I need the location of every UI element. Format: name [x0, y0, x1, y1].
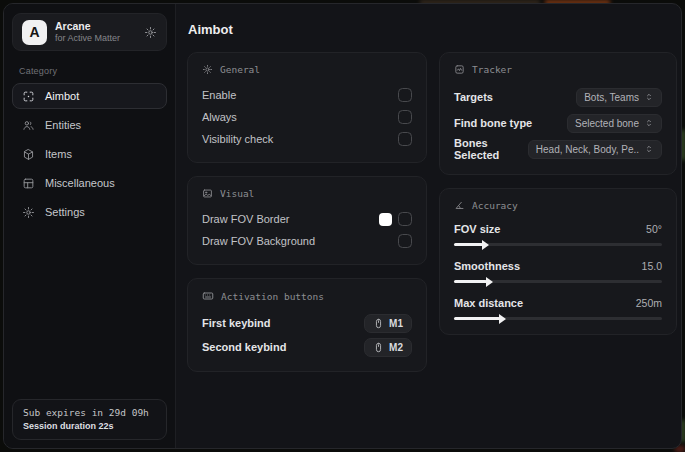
visual-card-header: Visual [202, 188, 412, 199]
app-title-block: Arcane for Active Matter [55, 20, 136, 43]
setting-row-find-bone-type: Find bone type Selected bone [454, 110, 662, 136]
slider-fov-size: FOV size 50° [454, 220, 662, 246]
slider-thumb[interactable] [482, 240, 489, 250]
keybind-value: M2 [389, 342, 403, 353]
left-column: General Enable Always Visibility check [187, 52, 427, 372]
sidebar: A Arcane for Active Matter Category [4, 4, 176, 448]
slider-value: 50° [646, 223, 662, 235]
accuracy-card: Accuracy FOV size 50° [439, 188, 677, 335]
tracker-card-header: Tracker [454, 64, 662, 75]
setting-label: Second keybind [202, 341, 286, 353]
always-checkbox[interactable] [398, 110, 412, 124]
panels-icon [22, 177, 35, 190]
fov-border-color-swatch[interactable] [379, 213, 392, 226]
general-card: General Enable Always Visibility check [187, 52, 427, 163]
unfold-icon [644, 144, 654, 154]
sidebar-nav: Aimbot Entities [12, 83, 167, 225]
sidebar-item-settings[interactable]: Settings [12, 199, 167, 225]
setting-row-targets: Targets Bots, Teams [454, 84, 662, 110]
slider-thumb[interactable] [499, 314, 506, 324]
general-card-header: General [202, 64, 412, 75]
image-icon [202, 188, 213, 199]
unfold-icon [644, 92, 654, 102]
sidebar-item-label: Aimbot [45, 90, 79, 102]
setting-label: Visibility check [202, 133, 273, 145]
slider-value: 15.0 [642, 260, 662, 272]
fov-size-slider[interactable] [454, 243, 662, 246]
enable-checkbox[interactable] [398, 88, 412, 102]
draw-fov-border-checkbox[interactable] [398, 212, 412, 226]
people-icon [22, 119, 35, 132]
find-bone-type-select[interactable]: Selected bone [567, 114, 662, 133]
setting-label: Targets [454, 91, 493, 103]
right-column: Tracker Targets Bots, Teams [439, 52, 677, 335]
activation-buttons-card: Activation buttons First keybind M1 [187, 278, 427, 372]
keybind-value: M1 [389, 318, 403, 329]
accuracy-card-header: Accuracy [454, 200, 662, 211]
slider-smoothness: Smoothness 15.0 [454, 257, 662, 283]
app-header-card: A Arcane for Active Matter [12, 13, 167, 51]
setting-row-draw-fov-background: Draw FOV Background [202, 230, 412, 252]
keyboard-icon [202, 290, 214, 302]
setting-label: Draw FOV Border [202, 213, 289, 225]
bones-selected-select[interactable]: Head, Neck, Body, Pe.. [528, 140, 662, 159]
subscription-info-card: Sub expires in 29d 09h Session duration … [12, 399, 167, 440]
smoothness-slider[interactable] [454, 280, 662, 283]
setting-row-bones-selected: Bones Selected Head, Neck, Body, Pe.. [454, 136, 662, 162]
slider-thumb[interactable] [486, 277, 493, 287]
select-value: Head, Neck, Body, Pe.. [536, 144, 639, 155]
adjust-icon [202, 64, 213, 75]
app-logo: A [22, 20, 47, 45]
setting-row-visibility-check: Visibility check [202, 128, 412, 150]
visibility-check-checkbox[interactable] [398, 132, 412, 146]
section-title: Activation buttons [221, 291, 324, 302]
slider-label: Max distance [454, 297, 523, 309]
setting-label: Always [202, 111, 237, 123]
main-content: Aimbot General [176, 4, 681, 448]
section-title: Tracker [472, 64, 512, 75]
select-value: Bots, Teams [584, 92, 639, 103]
setting-label: Bones Selected [454, 137, 528, 161]
sidebar-item-entities[interactable]: Entities [12, 112, 167, 138]
second-keybind-button[interactable]: M2 [364, 338, 412, 357]
sidebar-item-label: Miscellaneous [45, 177, 115, 189]
mouse-icon [373, 318, 384, 329]
first-keybind-button[interactable]: M1 [364, 314, 412, 333]
setting-label: Draw FOV Background [202, 235, 315, 247]
section-title: Visual [220, 188, 254, 199]
sidebar-item-aimbot[interactable]: Aimbot [12, 83, 167, 109]
sidebar-item-miscellaneous[interactable]: Miscellaneous [12, 170, 167, 196]
sidebar-item-label: Settings [45, 206, 85, 218]
section-title: Accuracy [472, 200, 518, 211]
visual-card: Visual Draw FOV Border Draw FOV Backgrou… [187, 176, 427, 265]
draw-fov-background-checkbox[interactable] [398, 234, 412, 248]
slider-value: 250m [636, 297, 662, 309]
section-title: General [220, 64, 260, 75]
setting-row-first-keybind: First keybind M1 [202, 311, 412, 335]
setting-label: Find bone type [454, 117, 532, 129]
slider-label: Smoothness [454, 260, 520, 272]
page-title: Aimbot [188, 22, 671, 37]
sub-expiry-text: Sub expires in 29d 09h [23, 407, 156, 418]
setting-label: Enable [202, 89, 236, 101]
sidebar-item-label: Entities [45, 119, 81, 131]
tracker-card: Tracker Targets Bots, Teams [439, 52, 677, 175]
mouse-icon [373, 342, 384, 353]
angle-icon [454, 200, 465, 211]
crosshair-icon [22, 90, 35, 103]
sidebar-item-label: Items [45, 148, 72, 160]
session-duration-text: Session duration 22s [23, 421, 156, 431]
targets-select[interactable]: Bots, Teams [576, 88, 662, 107]
app-name: Arcane [55, 20, 136, 33]
slider-label: FOV size [454, 223, 500, 235]
setting-row-draw-fov-border: Draw FOV Border [202, 208, 412, 230]
activation-card-header: Activation buttons [202, 290, 412, 302]
app-subtitle: for Active Matter [55, 33, 136, 44]
slider-max-distance: Max distance 250m [454, 294, 662, 320]
gear-icon [22, 206, 35, 219]
setting-row-second-keybind: Second keybind M2 [202, 335, 412, 359]
sidebar-item-items[interactable]: Items [12, 141, 167, 167]
setting-label: First keybind [202, 317, 270, 329]
gear-icon[interactable] [144, 26, 157, 39]
max-distance-slider[interactable] [454, 317, 662, 320]
